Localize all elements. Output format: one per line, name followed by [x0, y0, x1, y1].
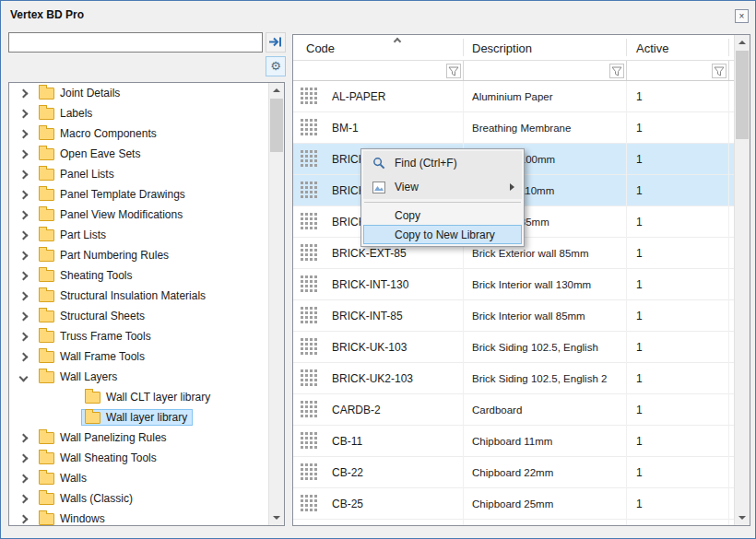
tree-item-structural-sheets[interactable]: Structural Sheets [9, 306, 268, 326]
filter-funnel-icon[interactable] [446, 64, 461, 78]
tree-item-label: Sheating Tools [60, 269, 133, 282]
tree-item-structural-insulation-materials[interactable]: Structural Insulation Materials [9, 286, 268, 306]
menu-item-find[interactable]: Find (Ctrl+F) [363, 151, 522, 175]
tree-item-part-lists[interactable]: Part Lists [9, 225, 268, 245]
tree-item-label: Open Eave Sets [60, 147, 140, 160]
close-icon[interactable]: × [735, 9, 749, 23]
tree-node: Walls (Classic) [35, 490, 138, 507]
chevron-right-icon[interactable] [19, 88, 29, 98]
scroll-down-icon[interactable] [735, 510, 750, 525]
tree-item-sheating-tools[interactable]: Sheating Tools [9, 265, 268, 286]
tree-item-panel-view-modifications[interactable]: Panel View Modifications [9, 205, 268, 225]
menu-item-copy-to-new-library[interactable]: Copy to New Library [363, 225, 522, 244]
table-row[interactable]: BM-1Breathing Membrane1 [293, 112, 734, 144]
scroll-down-icon[interactable] [269, 510, 284, 525]
cell-code: BRICK-INT-130 [332, 278, 408, 291]
chevron-right-icon[interactable] [19, 332, 29, 341]
chevron-right-icon[interactable] [19, 170, 29, 179]
tree-item-macro-components[interactable]: Macro Components [9, 123, 268, 144]
tree-item-joint-details[interactable]: Joint Details [9, 83, 268, 103]
menu-item-label: View [395, 181, 419, 193]
table-row[interactable]: CARDB-2Cardboard1 [293, 394, 734, 426]
tree-item-wall-layers[interactable]: Wall Layers [9, 367, 268, 387]
chevron-right-icon[interactable] [19, 433, 29, 442]
menu-item-view[interactable]: View [363, 175, 522, 199]
table-row[interactable]: CB-22Chipboard 22mm1 [293, 457, 734, 488]
filter-funnel-icon[interactable] [609, 64, 624, 78]
chevron-right-icon[interactable] [19, 251, 29, 260]
tree-item-panel-lists[interactable]: Panel Lists [9, 164, 268, 184]
cell-active: 1 [636, 466, 643, 479]
tree-item-wall-layer-library[interactable]: Wall layer library [9, 407, 268, 428]
scroll-up-icon[interactable] [269, 83, 284, 99]
table-row[interactable]: BRICK-UK-103Brick Siding 102.5, English1 [293, 332, 734, 363]
cell-active: 1 [636, 278, 643, 291]
chevron-right-icon[interactable] [19, 271, 29, 280]
chevron-right-icon[interactable] [19, 311, 29, 321]
folder-icon [39, 128, 54, 140]
folder-icon [39, 209, 54, 221]
chevron-right-icon[interactable] [19, 453, 29, 463]
chevron-right-icon[interactable] [19, 514, 29, 523]
cell-active: 1 [636, 122, 643, 135]
tree-scrollbar[interactable] [268, 83, 284, 525]
cell-desc: Brick Interior wall 130mm [472, 279, 591, 290]
folder-icon [39, 250, 54, 262]
cell-code: CB-11 [332, 435, 362, 448]
scroll-up-icon[interactable] [735, 35, 750, 51]
tree-item-walls-classic[interactable]: Walls (Classic) [9, 488, 268, 509]
settings-button[interactable]: ⚙ [266, 56, 286, 76]
tree-node: Panel View Modifications [35, 206, 188, 223]
column-header-code[interactable]: Code [306, 41, 335, 55]
tree-node: Part Numbering Rules [35, 247, 174, 264]
tree-item-wall-frame-tools[interactable]: Wall Frame Tools [9, 346, 268, 367]
tree-item-label: Wall layer library [106, 411, 187, 424]
table-row[interactable] [293, 520, 734, 525]
chevron-right-icon[interactable] [19, 129, 29, 138]
tree-item-truss-frame-tools[interactable]: Truss Frame Tools [9, 326, 268, 346]
column-divider [626, 39, 627, 56]
table-scrollbar[interactable] [734, 35, 750, 525]
table-row[interactable]: CB-25Chipboard 25mm1 [293, 488, 734, 520]
filter-funnel-icon[interactable] [712, 64, 726, 78]
table-row[interactable]: CB-11Chipboard 11mm1 [293, 426, 734, 457]
tree-item-walls[interactable]: Walls [9, 468, 268, 488]
chevron-right-icon[interactable] [19, 210, 29, 219]
tree-item-wall-panelizing-rules[interactable]: Wall Panelizing Rules [9, 428, 268, 448]
scrollbar-thumb[interactable] [736, 51, 749, 139]
tree-item-labels[interactable]: Labels [9, 103, 268, 123]
tree-item-open-eave-sets[interactable]: Open Eave Sets [9, 144, 268, 164]
chevron-down-icon[interactable] [19, 372, 29, 381]
cell-active: 1 [636, 90, 643, 103]
chevron-right-icon[interactable] [19, 352, 29, 361]
tree-item-part-numbering-rules[interactable]: Part Numbering Rules [9, 245, 268, 265]
tree-item-label: Part Numbering Rules [60, 249, 169, 262]
chevron-right-icon[interactable] [19, 109, 29, 118]
cell-desc: Cardboard [472, 404, 522, 416]
tree-item-windows[interactable]: Windows [9, 509, 268, 525]
search-input[interactable] [8, 32, 263, 53]
tree-item-panel-template-drawings[interactable]: Panel Template Drawings [9, 184, 268, 205]
chevron-right-icon[interactable] [19, 494, 29, 503]
table-row[interactable]: BRICK-INT-130Brick Interior wall 130mm1 [293, 269, 734, 300]
column-header-active[interactable]: Active [636, 41, 668, 55]
chevron-right-icon[interactable] [19, 291, 29, 300]
chevron-right-icon[interactable] [19, 190, 29, 199]
cell-desc: Brick Exterior wall 85mm [472, 248, 589, 259]
tree-node: Wall Panelizing Rules [35, 429, 172, 446]
material-grid-icon [301, 182, 318, 199]
scrollbar-thumb[interactable] [270, 99, 283, 152]
tree-item-wall-clt-layer-library[interactable]: Wall CLT layer library [9, 387, 268, 407]
chevron-right-icon[interactable] [19, 474, 29, 483]
chevron-right-icon[interactable] [19, 230, 29, 240]
chevron-right-icon[interactable] [19, 149, 29, 158]
tree-item-wall-sheating-tools[interactable]: Wall Sheating Tools [9, 448, 268, 468]
cell-code: AL-PAPER [332, 90, 385, 103]
search-go-button[interactable] [266, 32, 286, 53]
table-row[interactable]: BRICK-INT-85Brick Interior wall 85mm1 [293, 300, 734, 332]
table-row[interactable]: AL-PAPERAluminium Paper1 [293, 81, 734, 112]
table-row[interactable]: BRICK-UK2-103Brick Siding 102.5, English… [293, 363, 734, 394]
tree-node: Labels [35, 105, 98, 122]
column-header-description[interactable]: Description [472, 41, 532, 55]
menu-item-copy[interactable]: Copy [363, 205, 522, 225]
